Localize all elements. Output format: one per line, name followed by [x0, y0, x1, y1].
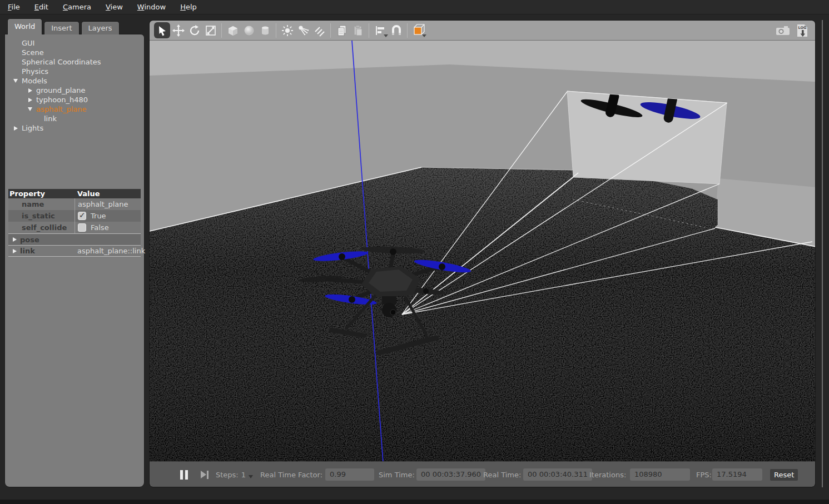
tree-item-lights[interactable]: Lights: [5, 123, 144, 133]
magnet-icon: [390, 24, 403, 37]
pause-button[interactable]: [180, 462, 188, 487]
tree-item-gui[interactable]: GUI: [5, 38, 144, 48]
menu-window[interactable]: Window: [137, 3, 166, 11]
scale-tool-button[interactable]: [202, 22, 219, 38]
property-row-name[interactable]: name asphalt_plane: [8, 198, 141, 210]
dropdown-caret-icon: [422, 34, 426, 37]
move-icon: [172, 24, 185, 37]
iterations-group: Iterations:: [589, 462, 626, 487]
scale-icon: [205, 24, 217, 37]
rtf-field[interactable]: 0.99: [325, 462, 374, 487]
property-table: Property Value name asphalt_plane is_sta…: [8, 189, 141, 257]
point-light-icon: [281, 24, 294, 37]
spot-light-button[interactable]: [295, 22, 311, 38]
property-row-self-collide[interactable]: self_collide False: [8, 222, 141, 233]
cylinder-icon: [259, 24, 272, 37]
render-scene[interactable]: [150, 41, 816, 462]
menu-help[interactable]: Help: [180, 3, 197, 11]
real-time-field[interactable]: 00 00:03:40.311: [523, 462, 592, 487]
window-edge-line: [822, 20, 823, 487]
world-panel: GUI Scene Spherical Coordinates Physics …: [4, 34, 145, 487]
sim-control-bar: Steps: 1 Real Time Factor: 0.99 Sim Time…: [150, 461, 815, 487]
tab-layers[interactable]: Layers: [81, 21, 120, 34]
svg-text:LOG: LOG: [798, 26, 807, 30]
tree-item-typhoon-h480[interactable]: typhoon_h480: [5, 95, 144, 104]
gimbal-camera: [382, 296, 396, 317]
copy-button[interactable]: [334, 22, 350, 38]
insert-sphere-button[interactable]: [241, 22, 257, 38]
is-static-checkbox[interactable]: [78, 212, 86, 220]
menu-view[interactable]: View: [106, 3, 123, 11]
tree-item-models[interactable]: Models: [5, 76, 144, 86]
snap-button[interactable]: [388, 22, 404, 38]
tree-item-asphalt-plane[interactable]: asphalt_plane: [5, 104, 144, 114]
gazebo-window: File Edit Camera View Window Help World …: [0, 0, 829, 504]
view-angle-button[interactable]: [410, 22, 426, 38]
menu-file[interactable]: File: [8, 3, 20, 11]
translate-tool-button[interactable]: [170, 22, 186, 38]
paste-icon: [351, 24, 365, 37]
menu-edit[interactable]: Edit: [34, 3, 48, 11]
sim-time-group: Sim Time:: [379, 462, 415, 487]
insert-cylinder-button[interactable]: [257, 22, 273, 38]
tree-item-scene[interactable]: Scene: [5, 48, 144, 57]
property-row-is-static[interactable]: is_static True: [8, 210, 141, 222]
window-bottom-strip: [0, 500, 829, 504]
panel-tabs: World Insert Layers: [7, 18, 121, 34]
menu-bar: File Edit Camera View Window Help: [0, 0, 829, 14]
step-icon: [201, 471, 209, 479]
cursor-icon: [157, 25, 168, 36]
steps-dropdown-caret[interactable]: [249, 475, 253, 478]
real-time-group: Real Time:: [483, 462, 521, 487]
align-button[interactable]: [372, 22, 388, 38]
sphere-icon: [242, 24, 256, 37]
screenshot-camera-button[interactable]: [775, 24, 791, 37]
tree-item-physics[interactable]: Physics: [5, 67, 144, 76]
rotate-icon: [188, 24, 201, 37]
viewport-panel: LOG: [149, 20, 816, 487]
toolbar-separator: [276, 23, 276, 38]
tree-item-link[interactable]: link: [5, 114, 144, 123]
insert-box-button[interactable]: [225, 22, 241, 38]
menu-camera[interactable]: Camera: [63, 3, 91, 11]
step-button[interactable]: [201, 462, 209, 487]
reset-button[interactable]: Reset: [770, 462, 798, 487]
directional-light-icon: [313, 24, 326, 37]
property-row-link[interactable]: link asphalt_plane::link: [8, 245, 141, 257]
pause-icon: [180, 470, 188, 480]
fps-group: FPS:: [696, 462, 712, 487]
select-tool-button[interactable]: [154, 22, 170, 38]
spot-light-icon: [297, 24, 310, 37]
expand-arrow-icon[interactable]: [28, 98, 32, 102]
iterations-field[interactable]: 108980: [630, 462, 690, 487]
tree-item-ground-plane[interactable]: ground_plane: [5, 86, 144, 95]
self-collide-checkbox[interactable]: [78, 223, 86, 232]
toolbar-separator: [369, 23, 369, 38]
tab-insert[interactable]: Insert: [44, 21, 79, 34]
asphalt-plane-model[interactable]: [150, 167, 816, 462]
tab-world[interactable]: World: [7, 18, 42, 34]
directional-light-button[interactable]: [311, 22, 327, 38]
point-light-button[interactable]: [279, 22, 295, 38]
collapse-arrow-icon[interactable]: [13, 79, 18, 83]
world-tree: GUI Scene Spherical Coordinates Physics …: [5, 38, 144, 133]
fps-field[interactable]: 17.5194: [712, 462, 762, 487]
rotate-tool-button[interactable]: [186, 22, 202, 38]
expand-arrow-icon[interactable]: [14, 126, 18, 131]
paste-button[interactable]: [350, 22, 366, 38]
property-table-header: Property Value: [8, 189, 141, 198]
collapse-arrow-icon[interactable]: [28, 107, 32, 111]
sim-time-field[interactable]: 00 00:03:37.960: [416, 462, 485, 487]
log-record-button[interactable]: LOG: [795, 23, 810, 38]
steps-control[interactable]: Steps: 1: [216, 462, 253, 487]
expand-arrow-icon[interactable]: [28, 88, 32, 93]
property-row-pose[interactable]: pose: [8, 233, 141, 245]
toolbar-separator: [221, 23, 222, 38]
copy-icon: [335, 24, 349, 37]
viewport-toolbar: LOG: [150, 21, 815, 41]
dropdown-caret-icon: [384, 34, 388, 37]
expand-arrow-icon[interactable]: [13, 249, 17, 253]
tree-item-spherical-coordinates[interactable]: Spherical Coordinates: [5, 57, 144, 67]
expand-arrow-icon[interactable]: [13, 237, 17, 242]
toolbar-separator: [407, 23, 408, 38]
